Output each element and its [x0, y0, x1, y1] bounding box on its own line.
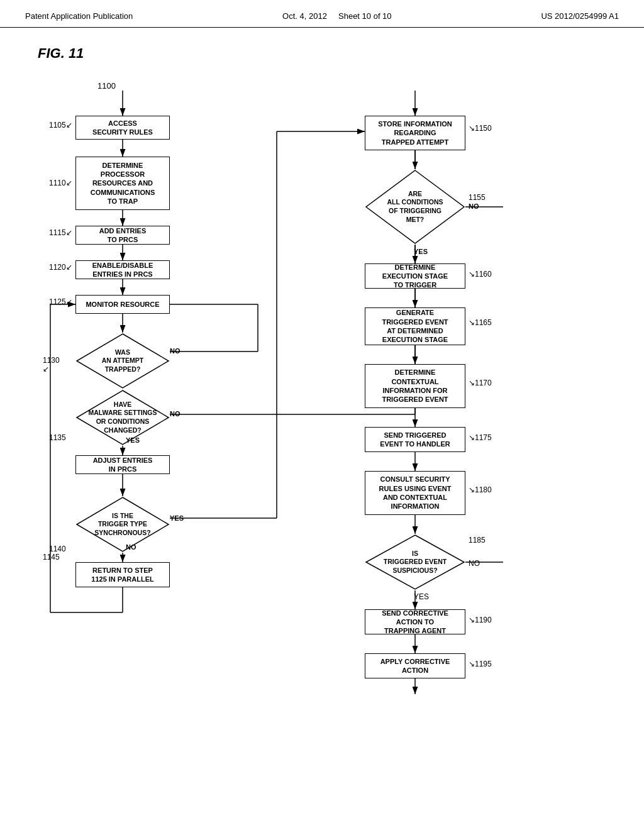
diamond-1140: IS THETRIGGER TYPESYNCHRONOUS?	[75, 496, 170, 553]
header-publication: Patent Application Publication	[25, 11, 133, 21]
header-date-sheet: Oct. 4, 2012 Sheet 10 of 10	[282, 11, 391, 21]
box-1150: STORE INFORMATIONREGARDINGTRAPPED ATTEMP…	[365, 116, 465, 150]
box-1160: DETERMINEEXECUTION STAGETO TRIGGER	[365, 263, 465, 289]
figure-label: FIG. 11	[38, 45, 84, 62]
label-yes-malware: YES	[126, 436, 140, 444]
ref-1185: 1185	[469, 536, 486, 545]
box-1105: ACCESSSECURITY RULES	[75, 116, 170, 140]
ref-1185-yes: YES	[414, 592, 429, 601]
box-1190: SEND CORRECTIVEACTION TOTRAPPING AGENT	[365, 609, 465, 634]
ref-1180: ↘1180	[469, 485, 492, 494]
figure-number: 1100	[97, 81, 116, 91]
header-patent: US 2012/0254999 A1	[541, 11, 619, 21]
diamond-malware: HAVEMALWARE SETTINGSOR CONDITIONSCHANGED…	[75, 389, 170, 446]
ref-1175: ↘1175	[469, 433, 492, 442]
ref-1125: 1125↙	[49, 297, 72, 306]
ref-1120: 1120↙	[49, 263, 72, 272]
diamond-1130: WASAN ATTEMPTTRAPPED?	[75, 333, 170, 389]
label-no-1185: NO	[469, 559, 480, 568]
box-1165: GENERATETRIGGERED EVENTAT DETERMINEDEXEC…	[365, 307, 465, 345]
box-1120: ENABLE/DISABLEENTRIES IN PRCS	[75, 260, 170, 279]
ref-1155: 1155	[469, 193, 486, 202]
ref-1130: 1130↙	[43, 356, 60, 374]
ref-1140: 1140	[49, 545, 66, 553]
label-no-1140: NO	[126, 543, 136, 551]
label-yes-1140: YES	[170, 514, 184, 522]
diamond-1155: AREALL CONDITIONSOF TRIGGERINGMET?	[365, 169, 465, 245]
box-1195: APPLY CORRECTIVEACTION	[365, 653, 465, 678]
label-no-malware: NO	[170, 410, 180, 418]
ref-1190: ↘1190	[469, 616, 492, 624]
diagram-area: FIG. 11 1100	[0, 28, 644, 820]
box-1115: ADD ENTRIESTO PRCS	[75, 226, 170, 245]
diamond-1185: ISTRIGGERED EVENTSUSPICIOUS?	[365, 534, 465, 590]
ref-1195: ↘1195	[469, 660, 492, 668]
ref-1145: 1145	[43, 553, 60, 562]
box-1125: MONITOR RESOURCE	[75, 295, 170, 314]
ref-1165: ↘1165	[469, 318, 492, 327]
box-1145: RETURN TO STEP1125 IN PARALLEL	[75, 562, 170, 587]
label-no-1155: NO	[469, 202, 479, 210]
box-1110: DETERMINEPROCESSORRESOURCES ANDCOMMUNICA…	[75, 157, 170, 210]
ref-1170: ↘1170	[469, 379, 492, 387]
label-yes-1155: YES	[414, 248, 428, 255]
ref-1115: 1115↙	[49, 228, 72, 237]
ref-1110: 1110↙	[49, 179, 72, 187]
box-1175: SEND TRIGGEREDEVENT TO HANDLER	[365, 427, 465, 452]
ref-1105: 1105↙	[49, 121, 72, 130]
page-header: Patent Application Publication Oct. 4, 2…	[0, 0, 644, 28]
box-1180: CONSULT SECURITYRULES USING EVENTAND CON…	[365, 471, 465, 515]
ref-1150: ↘1150	[469, 124, 492, 133]
ref-1160: ↘1160	[469, 270, 492, 279]
box-1170: DETERMINECONTEXTUALINFORMATION FORTRIGGE…	[365, 364, 465, 408]
ref-1135: 1135	[49, 433, 66, 442]
box-adjust: ADJUST ENTRIESIN PRCS	[75, 455, 170, 474]
label-no-1130: NO	[170, 347, 180, 355]
